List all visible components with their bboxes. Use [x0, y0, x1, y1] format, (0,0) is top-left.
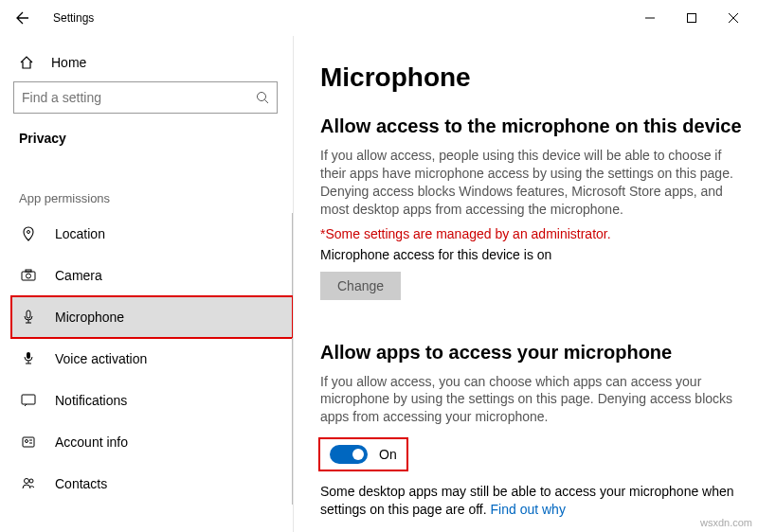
svg-rect-6 — [27, 310, 30, 318]
minimize-icon — [645, 13, 655, 23]
notifications-icon — [21, 393, 40, 408]
microphone-icon — [21, 310, 40, 325]
nav-list: Location Camera Microphone Voice activat… — [11, 213, 293, 505]
apps-access-toggle-wrap: On — [320, 439, 406, 470]
sidebar-item-camera[interactable]: Camera — [11, 255, 293, 296]
search-icon — [256, 91, 269, 104]
main-panel: Microphone Allow access to the microphon… — [294, 36, 758, 532]
change-button[interactable]: Change — [320, 272, 401, 300]
sidebar-item-label: Contacts — [55, 476, 107, 491]
svg-rect-0 — [688, 14, 696, 23]
svg-point-4 — [27, 274, 31, 278]
close-button[interactable] — [713, 3, 754, 33]
svg-rect-8 — [22, 395, 35, 404]
section1-body: If you allow access, people using this d… — [320, 147, 737, 219]
svg-point-12 — [29, 479, 33, 483]
svg-rect-7 — [27, 352, 30, 359]
desktop-apps-note: Some desktop apps may still be able to a… — [320, 483, 737, 519]
sidebar-item-notifications[interactable]: Notifications — [11, 380, 293, 421]
search-input[interactable] — [22, 90, 256, 105]
maximize-button[interactable] — [671, 3, 713, 33]
svg-point-10 — [26, 440, 28, 443]
sidebar-item-microphone[interactable]: Microphone — [11, 296, 293, 338]
toggle-state-label: On — [379, 447, 397, 462]
page-title: Microphone — [320, 62, 749, 93]
back-button[interactable] — [4, 3, 42, 33]
toggle-knob — [352, 449, 364, 460]
sidebar-item-account-info[interactable]: Account info — [11, 421, 293, 463]
watermark: wsxdn.com — [700, 517, 752, 528]
camera-icon — [21, 268, 40, 283]
sidebar-item-location[interactable]: Location — [11, 213, 293, 255]
svg-rect-9 — [23, 437, 34, 447]
section-title: Privacy — [19, 131, 285, 146]
svg-point-1 — [258, 93, 266, 101]
voice-icon — [21, 351, 40, 366]
back-arrow-icon — [15, 10, 30, 26]
admin-warning: *Some settings are managed by an adminis… — [320, 226, 749, 241]
contacts-icon — [21, 476, 40, 491]
section2-body: If you allow access, you can choose whic… — [320, 373, 737, 427]
account-icon — [21, 434, 40, 450]
svg-rect-5 — [26, 270, 31, 272]
sidebar-item-label: Notifications — [55, 393, 127, 408]
svg-point-2 — [27, 231, 30, 234]
section2-heading: Allow apps to access your microphone — [320, 342, 749, 364]
find-out-why-link[interactable]: Find out why — [491, 502, 566, 517]
svg-rect-3 — [22, 272, 35, 280]
home-label: Home — [51, 55, 86, 70]
maximize-icon — [687, 13, 696, 23]
svg-point-11 — [25, 479, 29, 484]
sidebar-item-label: Voice activation — [55, 351, 147, 366]
home-icon — [19, 55, 38, 70]
device-access-status: Microphone access for this device is on — [320, 247, 749, 262]
sidebar-item-label: Location — [55, 226, 105, 241]
sidebar-item-voice-activation[interactable]: Voice activation — [11, 338, 293, 380]
app-title: Settings — [53, 11, 94, 25]
close-icon — [729, 13, 738, 23]
minimize-button[interactable] — [629, 3, 671, 33]
search-box[interactable] — [13, 81, 278, 114]
sidebar-item-label: Account info — [55, 434, 128, 450]
location-icon — [21, 226, 40, 241]
sidebar-item-label: Microphone — [55, 310, 124, 325]
titlebar: Settings — [0, 0, 758, 36]
section1-heading: Allow access to the microphone on this d… — [320, 115, 749, 137]
sidebar-item-contacts[interactable]: Contacts — [11, 463, 293, 505]
sidebar: Home Privacy App permissions Location Ca… — [0, 36, 294, 532]
group-label: App permissions — [19, 191, 285, 205]
apps-access-toggle[interactable] — [330, 445, 368, 464]
sidebar-item-label: Camera — [55, 268, 102, 283]
home-nav[interactable]: Home — [11, 47, 293, 81]
